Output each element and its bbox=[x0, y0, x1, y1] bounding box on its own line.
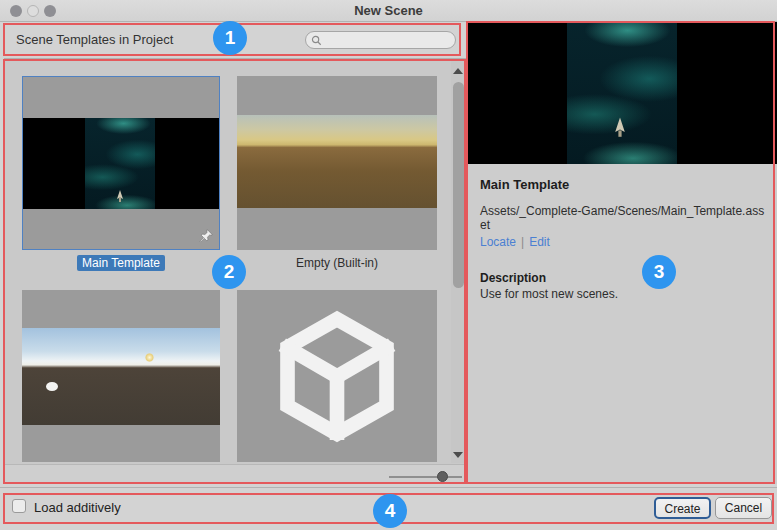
grid-footer-strip bbox=[4, 464, 465, 484]
locate-link[interactable]: Locate bbox=[480, 235, 516, 249]
template-details-panel: Main Template Assets/_Complete-Game/Scen… bbox=[466, 164, 777, 484]
thumbnail-letterbox bbox=[23, 209, 219, 249]
template-tile-main-template[interactable] bbox=[22, 76, 220, 250]
nebula-texture bbox=[567, 22, 677, 164]
search-input[interactable] bbox=[324, 33, 452, 47]
cloud-sprite bbox=[46, 382, 58, 391]
selected-label-highlight: Main Template bbox=[77, 255, 165, 271]
empty-scene-thumbnail bbox=[237, 115, 437, 208]
link-separator: | bbox=[521, 235, 524, 249]
spaceship-sprite bbox=[115, 190, 125, 203]
template-tile-terrain[interactable] bbox=[22, 290, 220, 462]
scene-templates-heading: Scene Templates in Project bbox=[16, 32, 173, 47]
thumbnail-letterbox bbox=[22, 290, 220, 328]
tile-label-main-template[interactable]: Main Template bbox=[22, 256, 220, 270]
scroll-up-icon[interactable] bbox=[453, 68, 463, 74]
thumbnail-letterbox bbox=[22, 425, 220, 462]
search-icon bbox=[311, 35, 322, 46]
main-template-thumbnail bbox=[23, 118, 219, 209]
description-heading: Description bbox=[480, 271, 763, 285]
search-field[interactable] bbox=[305, 31, 456, 49]
terrain-scene-thumbnail bbox=[22, 328, 220, 425]
window-title: New Scene bbox=[0, 3, 777, 18]
thumbnail-size-slider-track[interactable] bbox=[389, 476, 462, 478]
grid-scrollbar-thumb[interactable] bbox=[453, 82, 464, 288]
cancel-button[interactable]: Cancel bbox=[715, 497, 772, 519]
annotation-badge-1: 1 bbox=[213, 21, 247, 55]
scroll-down-icon[interactable] bbox=[453, 452, 463, 458]
sun-sprite bbox=[145, 353, 154, 362]
thumbnail-letterbox bbox=[237, 208, 437, 250]
template-tile-empty-builtin[interactable] bbox=[237, 76, 437, 250]
description-text: Use for most new scenes. bbox=[480, 287, 763, 301]
new-scene-dialog: New Scene Scene Templates in Project Mai… bbox=[0, 0, 777, 530]
thumbnail-letterbox bbox=[23, 77, 219, 118]
thumbnail-size-slider-handle[interactable] bbox=[437, 471, 448, 482]
edit-link[interactable]: Edit bbox=[529, 235, 550, 249]
pin-icon[interactable] bbox=[198, 228, 214, 244]
asset-path: Assets/_Complete-Game/Scenes/Main_Templa… bbox=[480, 204, 768, 232]
tile-label-empty-builtin[interactable]: Empty (Built-in) bbox=[237, 256, 437, 270]
template-tile-unity-default[interactable] bbox=[237, 290, 437, 462]
unity-logo bbox=[262, 309, 412, 444]
details-title: Main Template bbox=[480, 177, 763, 192]
load-additively-label: Load additively bbox=[34, 500, 121, 515]
spaceship-sprite bbox=[612, 117, 628, 139]
title-bar: New Scene bbox=[0, 0, 777, 22]
thumbnail-letterbox bbox=[237, 76, 437, 115]
template-preview bbox=[466, 22, 777, 164]
create-button[interactable]: Create bbox=[654, 497, 711, 519]
load-additively-checkbox[interactable] bbox=[12, 499, 26, 513]
